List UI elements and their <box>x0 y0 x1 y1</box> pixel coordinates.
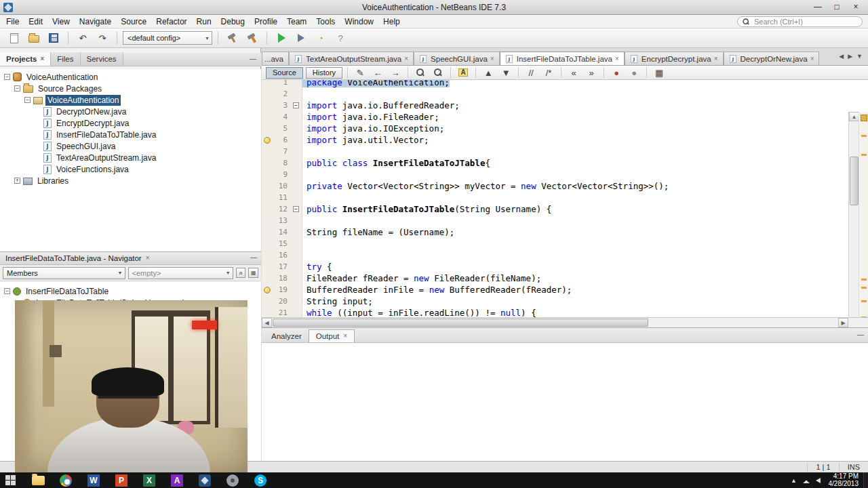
last-edit-icon[interactable]: ✎ <box>353 66 368 79</box>
forward-icon[interactable]: → <box>388 66 403 79</box>
tree-toggle-icon[interactable]: − <box>4 74 10 80</box>
profile-project-icon[interactable]: ◔ <box>312 30 330 46</box>
code-fold-toggle-icon[interactable]: − <box>293 102 299 108</box>
show-desktop-button[interactable] <box>863 472 868 488</box>
tree-item-source-packages[interactable]: −Source Packages <box>0 83 261 94</box>
close-tab-icon[interactable]: × <box>810 56 814 62</box>
view-source-button[interactable]: Source <box>266 67 303 79</box>
minimize-output-icon[interactable]: — <box>857 331 864 338</box>
volume-icon[interactable] <box>816 478 821 483</box>
tree-toggle-icon[interactable]: − <box>24 97 31 103</box>
network-icon[interactable] <box>803 477 810 483</box>
menu-source[interactable]: Source <box>116 16 151 28</box>
editor-tab-encryptdecrypt-java[interactable]: EncryptDecrypt.java× <box>625 52 724 65</box>
code-line[interactable]: 13 <box>262 215 848 226</box>
uncomment-icon[interactable]: /* <box>541 66 556 79</box>
output-tab-output[interactable]: Output× <box>309 329 355 342</box>
clean-build-icon[interactable] <box>243 30 261 46</box>
code-line[interactable]: 6import java.util.Vector; <box>262 134 848 146</box>
taskbar-skype-icon[interactable]: S <box>252 472 269 488</box>
close-tab-icon[interactable]: × <box>490 56 494 62</box>
filter-dropdown[interactable]: <empty> ▼ <box>128 267 233 279</box>
menu-debug[interactable]: Debug <box>216 16 250 28</box>
scrollbar-thumb[interactable] <box>273 319 648 327</box>
output-tab-analyzer[interactable]: Analyzer <box>264 329 309 342</box>
tab-files[interactable]: Files <box>51 52 80 66</box>
find-selection-icon[interactable] <box>413 66 428 79</box>
record-macro-icon[interactable]: ● <box>609 66 624 79</box>
diff-icon[interactable]: ▦ <box>652 66 667 79</box>
members-dropdown[interactable]: Members ▼ <box>3 267 125 279</box>
redo-icon[interactable]: ↷ <box>94 30 111 46</box>
open-project-icon[interactable] <box>25 30 43 46</box>
scroll-up-icon[interactable]: ▲ <box>849 112 859 121</box>
next-occurrence-icon[interactable]: ▼ <box>498 66 513 79</box>
tree-toggle-icon[interactable]: − <box>4 288 10 294</box>
code-line[interactable]: 9 <box>262 169 848 180</box>
tree-toggle-icon[interactable]: − <box>14 85 20 92</box>
quick-search-input[interactable]: Search (Ctrl+I) <box>737 16 863 27</box>
find-occurrences-icon[interactable] <box>431 66 446 79</box>
minimize-button[interactable]: — <box>808 1 827 14</box>
tree-item-encryptdecrypt-java[interactable]: EncryptDecrypt.java <box>0 117 261 129</box>
close-tab-icon[interactable]: × <box>615 56 619 62</box>
filter-fields-icon[interactable]: ▦ <box>248 268 258 278</box>
code-line[interactable]: 4import java.io.FileReader; <box>262 111 848 123</box>
code-editor[interactable]: 1package VoiceAuthentication;23−import j… <box>262 80 868 317</box>
minimize-projects-icon[interactable]: — <box>250 55 256 62</box>
menu-run[interactable]: Run <box>192 16 216 28</box>
run-project-icon[interactable] <box>273 30 290 46</box>
taskbar-app-purple-icon[interactable]: A <box>169 472 185 488</box>
menu-tools[interactable]: Tools <box>311 16 340 28</box>
previous-occurrence-icon[interactable]: ▲ <box>481 66 496 79</box>
minimize-navigator-icon[interactable]: — <box>250 253 257 261</box>
code-line[interactable]: 14String fileName = (Username); <box>262 226 848 238</box>
scroll-right-icon[interactable]: ▶ <box>838 318 848 327</box>
code-line[interactable]: 3−import java.io.BufferedReader; <box>262 100 848 111</box>
start-button[interactable] <box>0 472 20 488</box>
tree-item-libraries[interactable]: +Libraries <box>0 175 261 186</box>
code-line[interactable]: 18FileReader fReader = new FileReader(fi… <box>262 272 848 284</box>
horizontal-scrollbar[interactable]: ◀ ▶ <box>262 317 868 327</box>
vertical-scrollbar[interactable]: ▲ ▼ <box>848 112 859 317</box>
tree-item-voiceauthentication[interactable]: −VoiceAuthentication <box>0 94 261 106</box>
sort-alpha-icon[interactable]: a <box>236 268 246 278</box>
code-line[interactable]: 15 <box>262 238 848 249</box>
menu-navigate[interactable]: Navigate <box>75 16 116 28</box>
taskbar-control-panel-icon[interactable] <box>224 472 241 488</box>
new-file-icon[interactable] <box>5 30 23 46</box>
scroll-left-icon[interactable]: ◀ <box>262 318 272 327</box>
run-macro-icon[interactable]: ● <box>627 66 642 79</box>
menu-refactor[interactable]: Refactor <box>151 16 191 28</box>
taskbar-excel-icon[interactable]: X <box>141 472 157 488</box>
tree-item-insertfiledatatojtable-java[interactable]: InsertFileDataToJTable.java <box>0 129 261 140</box>
warnings-indicator-icon[interactable] <box>861 115 867 121</box>
view-history-button[interactable]: History <box>306 67 342 79</box>
close-tab-icon[interactable]: × <box>404 56 408 62</box>
close-button[interactable]: × <box>846 1 865 14</box>
editor-tab-decryptornew-java[interactable]: DecryptOrNew.java× <box>724 52 820 65</box>
code-line[interactable]: 21while ((input = inFile.readLine()) != … <box>262 307 848 317</box>
build-project-icon[interactable] <box>224 30 241 46</box>
close-tab-icon[interactable]: × <box>40 56 44 62</box>
tree-item-voicefunctions-java[interactable]: VoiceFunctions.java <box>0 163 261 175</box>
maximize-button[interactable]: □ <box>827 1 846 14</box>
menu-team[interactable]: Team <box>282 16 311 28</box>
taskbar-powerpoint-icon[interactable]: P <box>113 472 130 488</box>
taskbar-file-explorer-icon[interactable] <box>30 472 46 488</box>
menu-window[interactable]: Window <box>340 16 378 28</box>
code-line[interactable]: 17try { <box>262 261 848 272</box>
code-line[interactable]: 12−public InsertFileDataToJTable(String … <box>262 203 848 215</box>
menu-file[interactable]: File <box>1 16 24 28</box>
tree-item-textareaoutputstream-java[interactable]: TextAreaOutputStream.java <box>0 152 261 163</box>
undo-icon[interactable]: ↶ <box>74 30 92 46</box>
tree-item-speechgui-java[interactable]: SpeechGUI.java <box>0 140 261 152</box>
code-line[interactable]: 2 <box>262 88 848 100</box>
code-fold-toggle-icon[interactable]: − <box>293 206 299 212</box>
tree-item-decryptornew-java[interactable]: DecryptOrNew.java <box>0 106 261 117</box>
save-all-icon[interactable] <box>45 30 62 46</box>
help-icon[interactable]: ? <box>332 30 349 46</box>
output-console[interactable] <box>262 343 868 461</box>
code-line[interactable]: 7 <box>262 146 848 157</box>
close-navigator-icon[interactable]: × <box>146 255 150 262</box>
